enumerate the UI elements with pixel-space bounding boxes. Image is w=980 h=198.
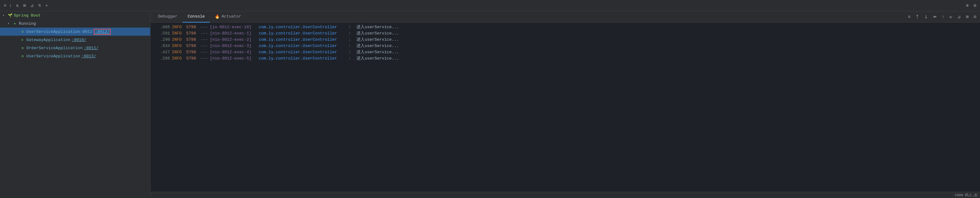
gateway-icon: ▶ <box>20 37 25 42</box>
log-class-0: com.ly.controller.UserController <box>259 25 347 29</box>
log-msg-5: 进入userService... <box>356 55 399 61</box>
log-pid-3: 5798 <box>186 44 199 48</box>
filter-console-icon[interactable]: ⊿ <box>956 13 962 20</box>
log-thread-2: [nio-8012-exec-2] <box>210 37 257 42</box>
log-line-0: .886 INFO 5798 --- [io-8012-exec-10] com… <box>151 24 980 30</box>
tab-actuator[interactable]: 🔥 Actuator <box>210 11 246 22</box>
log-msgsep-0: : <box>348 25 355 29</box>
order-port[interactable]: :8011/ <box>84 46 99 51</box>
log-thread-0: [io-8012-exec-10] <box>210 25 257 29</box>
add-config-icon[interactable]: + <box>44 3 49 8</box>
tab-console[interactable]: Console <box>183 11 210 22</box>
tree-item-user-service-8012[interactable]: ⚙ UserServiceApplication-8012 :8012/ <box>0 28 150 36</box>
log-sep-2: --- <box>200 37 208 42</box>
log-msgsep-2: : <box>348 37 355 42</box>
component-icon[interactable]: ⊞ <box>22 3 27 8</box>
port-8012-link[interactable]: :8012/ <box>94 29 111 35</box>
log-thread-4: [nio-8012-exec-4] <box>210 50 257 54</box>
log-msg-2: 进入userService... <box>356 36 399 42</box>
log-time-1: .591 <box>154 31 170 36</box>
running-label: Running <box>19 21 36 26</box>
services-tree: 🌱 Spring Boot ▶ Running ⚙ UserServiceApp… <box>0 11 151 198</box>
tree-item-user-service-8013[interactable]: ⚙ UserServiceApplication :8013/ <box>0 52 150 60</box>
globe-icon[interactable]: ⊕ <box>965 3 970 8</box>
log-msg-1: 进入userService... <box>356 30 399 36</box>
user-8012-label: UserServiceApplication-8012 <box>26 29 92 34</box>
log-sep-4: --- <box>200 50 208 54</box>
log-pid-4: 5798 <box>186 50 199 54</box>
log-line-2: .290 INFO 5798 --- [nio-8012-exec-2] com… <box>151 36 980 43</box>
log-msgsep-5: : <box>348 56 355 61</box>
log-msgsep-1: : <box>348 31 355 36</box>
log-level-2: INFO <box>172 37 185 42</box>
log-sep-5: --- <box>200 56 208 61</box>
log-pid-2: 5798 <box>186 37 199 42</box>
log-level-0: INFO <box>172 25 185 29</box>
run-icon: ▶ <box>13 21 18 26</box>
service-8012-icon: ⚙ <box>20 29 25 34</box>
scroll-to-top-icon[interactable]: ⤒ <box>914 13 920 20</box>
tree-item-gateway-8010[interactable]: ▶ GatewayApplication :8010/ <box>0 36 150 44</box>
tab-bar: Debugger Console 🔥 Actuator ≡ ⤒ ⤓ ⤕ ↑ ↻ … <box>151 11 980 22</box>
log-class-5: com.ly.controller.UserController <box>259 56 347 61</box>
tree-item-running[interactable]: ▶ Running <box>0 19 150 28</box>
log-line-4: .427 INFO 5798 --- [nio-8012-exec-4] com… <box>151 49 980 55</box>
debugger-tab-label: Debugger <box>158 14 177 19</box>
console-tab-label: Console <box>188 14 205 19</box>
columns-view-icon[interactable]: ⊟ <box>972 13 977 20</box>
order-icon: ⚙ <box>20 46 25 51</box>
log-sep-0: --- <box>200 25 208 29</box>
log-thread-3: [nio-8012-exec-3] <box>210 44 257 48</box>
gateway-label: GatewayApplication <box>26 38 70 42</box>
log-time-0: .886 <box>154 25 170 29</box>
clear-console-icon[interactable]: ⤕ <box>932 13 938 20</box>
log-pid-5: 5798 <box>186 56 199 61</box>
actuator-tab-label: Actuator <box>222 14 241 19</box>
log-level-4: INFO <box>172 50 185 54</box>
log-thread-1: [nio-8012-exec-1] <box>210 31 257 36</box>
pin-icon[interactable]: ⇅ <box>15 3 20 8</box>
tab-debugger[interactable]: Debugger <box>153 11 183 22</box>
tree-item-spring-boot[interactable]: 🌱 Spring Boot <box>0 11 150 19</box>
log-pid-0: 5798 <box>186 25 199 29</box>
log-thread-5: [nio-8012-exec-5] <box>210 56 257 61</box>
log-msg-3: 进入userService... <box>356 43 399 49</box>
right-panel: Debugger Console 🔥 Actuator ≡ ⤒ ⤓ ⤕ ↑ ↻ … <box>151 11 980 198</box>
log-msg-4: 进入userService... <box>356 49 399 55</box>
bottom-bar-text: CSDN 码上_志 <box>955 193 977 197</box>
log-level-1: INFO <box>172 31 185 36</box>
log-level-3: INFO <box>172 44 185 48</box>
log-class-4: com.ly.controller.UserController <box>259 50 347 54</box>
bottom-bar: CSDN 码上_志 <box>151 192 980 198</box>
gateway-port[interactable]: :8010/ <box>72 38 86 42</box>
log-pid-1: 5798 <box>186 31 199 36</box>
user-8013-port[interactable]: :8013/ <box>81 54 96 59</box>
wind-icon[interactable]: ↯ <box>37 3 42 8</box>
service-8013-icon: ⚙ <box>20 54 25 59</box>
log-line-5: .286 INFO 5798 --- [nio-8012-exec-5] com… <box>151 55 980 62</box>
filter-icon[interactable]: ⊿ <box>29 3 35 8</box>
log-time-2: .290 <box>154 37 170 42</box>
up-arrow-icon[interactable]: ↑ <box>940 14 945 20</box>
grid-view-icon[interactable]: ⊞ <box>965 13 970 20</box>
align-left-icon[interactable]: ≡ ↕ <box>3 3 13 8</box>
toolbar: ≡ ↕ ⇅ ⊞ ⊿ ↯ + ⊕ ⚙ <box>0 0 980 11</box>
spring-icon: 🌱 <box>8 13 13 18</box>
log-time-4: .427 <box>154 50 170 54</box>
log-msg-0: 进入userService... <box>356 24 399 30</box>
refresh-icon[interactable]: ↻ <box>948 13 953 20</box>
tab-menu-icon[interactable]: ≡ <box>907 14 912 20</box>
console-output[interactable]: .886 INFO 5798 --- [io-8012-exec-10] com… <box>151 22 980 192</box>
log-class-3: com.ly.controller.UserController <box>259 44 347 48</box>
log-sep-1: --- <box>200 31 208 36</box>
spring-boot-label: Spring Boot <box>14 13 41 18</box>
log-msgsep-3: : <box>348 44 355 48</box>
log-time-3: .834 <box>154 44 170 48</box>
log-time-5: .286 <box>154 56 170 61</box>
settings-icon[interactable]: ⚙ <box>972 3 977 8</box>
order-label: OrderServiceApplication <box>26 46 83 51</box>
scroll-to-bottom-icon[interactable]: ⤓ <box>923 13 929 20</box>
tree-item-order-8011[interactable]: ⚙ OrderServiceApplication :8011/ <box>0 44 150 52</box>
log-sep-3: --- <box>200 44 208 48</box>
tab-actions: ≡ ⤒ ⤓ ⤕ ↑ ↻ ⊿ ⊞ ⊟ <box>907 13 977 20</box>
